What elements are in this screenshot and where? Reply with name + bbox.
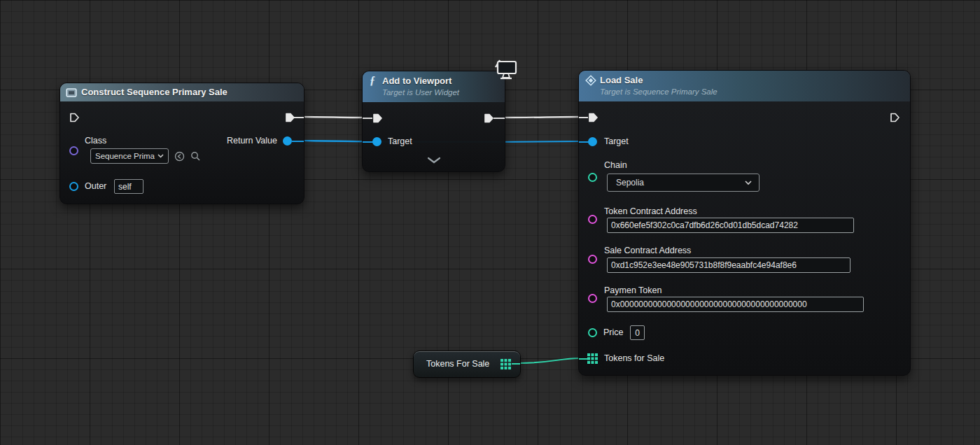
class-pin[interactable] — [69, 146, 78, 155]
node-load-sale[interactable]: Load Sale Target is Sequence Primary Sal… — [578, 70, 911, 376]
viewport-exec-in-pin[interactable] — [372, 113, 383, 124]
tokens-for-sale-array-pin[interactable] — [587, 353, 598, 364]
construct-node-header[interactable]: Construct Sequence Primary Sale — [60, 83, 304, 101]
sale-contract-address-field[interactable]: 0xd1c952e3ee48e905731b8f8f9eaabfc4e94af8… — [607, 257, 850, 273]
node-tokens-for-sale-variable[interactable]: Tokens For Sale — [413, 351, 521, 378]
token-contract-address-field[interactable]: 0x660efe5f302c0ca7dfb6d26c0d01db5dcad742… — [607, 218, 854, 233]
construct-node-title: Construct Sequence Primary Sale — [81, 87, 227, 97]
payment-token-pin[interactable] — [588, 294, 597, 303]
return-value-stub — [292, 141, 304, 142]
event-diamond-icon — [585, 75, 596, 86]
construct-icon — [66, 87, 77, 98]
chain-pin[interactable] — [588, 173, 597, 182]
viewport-exec-out-pin[interactable] — [483, 113, 494, 124]
chain-pin-label: Chain — [604, 160, 627, 170]
collapse-chevron-icon[interactable] — [427, 157, 441, 164]
return-value-pin[interactable] — [283, 136, 292, 146]
return-value-label: Return Value — [227, 136, 277, 146]
price-label: Price — [603, 327, 623, 337]
payment-token-field[interactable]: 0x00000000000000000000000000000000000000… — [607, 297, 864, 312]
load-sale-header[interactable]: Load Sale Target is Sequence Primary Sal… — [579, 71, 910, 101]
price-value-field[interactable]: 0 — [630, 325, 645, 340]
viewport-exec-out-stub — [493, 118, 505, 119]
viewport-target-stub — [363, 141, 373, 143]
blueprint-graph-canvas[interactable]: Construct Sequence Primary Sale Class Se… — [0, 0, 980, 445]
viewport-target-label: Target — [388, 136, 412, 146]
tokens-for-sale-label: Tokens for Sale — [604, 353, 664, 363]
outer-pin[interactable] — [69, 182, 78, 191]
array-wire-tokensvar-to-loadsale[interactable] — [519, 358, 580, 363]
class-pin-label: Class — [85, 136, 106, 146]
loadsale-exec-in-pin[interactable] — [587, 112, 598, 123]
loadsale-target-pin[interactable] — [588, 137, 597, 146]
use-selected-asset-button[interactable] — [174, 151, 185, 162]
token-contract-address-label: Token Contract Address — [604, 206, 697, 216]
payment-token-label: Paymen Token — [604, 285, 662, 295]
outer-value-field[interactable]: self — [114, 179, 144, 194]
tokens-variable-out-stub — [512, 363, 520, 365]
viewport-target-pin[interactable] — [372, 137, 382, 146]
token-contract-address-pin[interactable] — [588, 215, 597, 224]
chain-select-dropdown[interactable]: Sepolia — [607, 174, 760, 192]
exec-wire-viewport-to-loadsale[interactable] — [503, 117, 579, 118]
construct-exec-out-pin[interactable] — [284, 112, 295, 123]
loadsale-target-label: Target — [604, 136, 629, 146]
viewport-exec-in-stub — [363, 118, 372, 119]
node-add-to-viewport[interactable]: ƒ Add to Viewport Target is User Widget … — [362, 71, 505, 172]
exec-wire-construct-to-viewport[interactable] — [302, 117, 363, 118]
construct-exec-in-pin[interactable] — [69, 112, 80, 123]
viewport-monitor-icon — [493, 59, 519, 81]
price-pin[interactable] — [588, 328, 597, 337]
chevron-down-icon — [745, 181, 752, 185]
class-select-value: Sequence Prima — [95, 152, 158, 160]
load-sale-subtitle: Target is Sequence Primary Sale — [600, 87, 718, 96]
tokens-variable-label: Tokens For Sale — [426, 351, 489, 376]
function-icon: ƒ — [370, 74, 375, 87]
add-to-viewport-header[interactable]: ƒ Add to Viewport Target is User Widget — [363, 71, 505, 102]
chevron-down-icon — [158, 154, 164, 158]
sale-contract-address-label: Sale Contract Address — [604, 246, 691, 255]
loadsale-target-stub — [579, 141, 589, 143]
outer-pin-label: Outer — [85, 181, 106, 191]
sale-contract-address-pin[interactable] — [588, 255, 597, 264]
loadsale-exec-out-pin[interactable] — [889, 112, 900, 123]
class-select-dropdown[interactable]: Sequence Prima — [90, 148, 169, 164]
add-to-viewport-subtitle: Target is User Widget — [382, 88, 459, 97]
node-construct-sequence-primary-sale[interactable]: Construct Sequence Primary Sale Class Se… — [59, 83, 304, 204]
chain-select-value: Sepolia — [616, 178, 745, 188]
browse-asset-magnifier-icon[interactable] — [190, 151, 201, 162]
load-sale-title: Load Sale — [600, 75, 643, 85]
add-to-viewport-title: Add to Viewport — [382, 76, 451, 86]
tokens-variable-output-pin[interactable] — [500, 359, 511, 369]
